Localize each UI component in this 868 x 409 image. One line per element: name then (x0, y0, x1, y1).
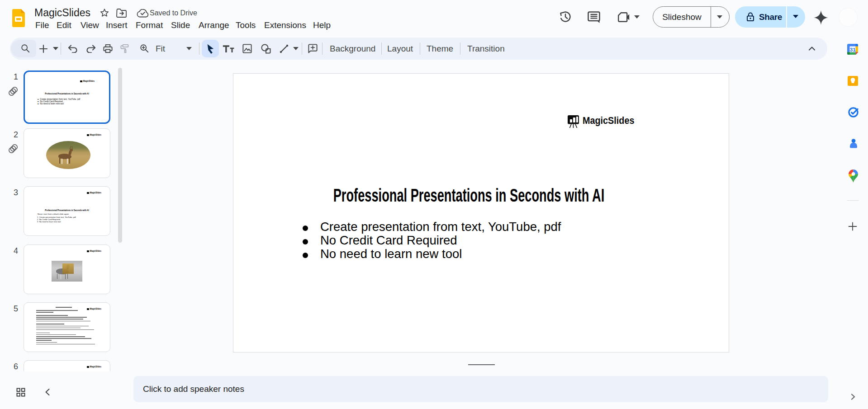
svg-text:31: 31 (850, 47, 856, 52)
